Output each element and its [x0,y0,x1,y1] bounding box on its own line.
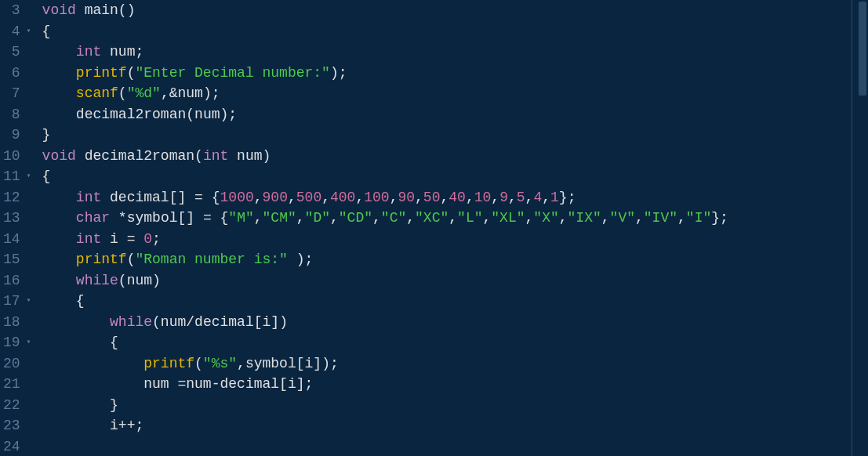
line-number: 22 [3,395,31,416]
vertical-scrollbar[interactable] [857,0,868,456]
code-line[interactable]: int num; [42,42,868,63]
code-line[interactable]: char *symbol[] = {"M","CM","D","CD","C",… [42,208,868,229]
line-number: 14 [3,229,31,250]
fold-icon[interactable]: ▾ [24,332,31,353]
code-line[interactable]: printf("Enter Decimal number:"); [42,63,868,84]
line-number: 13 [3,208,31,229]
line-number: 5 [3,42,31,63]
line-number: 17▾ [3,291,31,312]
line-number: 20 [3,353,31,375]
code-line[interactable]: while(num) [42,270,868,291]
code-line[interactable]: int decimal[] = {1000,900,500,400,100,90… [42,187,868,208]
code-line[interactable]: void decimal2roman(int num) [42,146,868,167]
line-number: 11▾ [3,166,31,187]
line-number: 19▾ [3,332,31,353]
line-number: 12 [3,187,31,208]
line-number: 15 [3,249,31,270]
right-margin-line [852,0,852,456]
line-number: 18 [3,312,31,333]
line-number-gutter: 34▾567891011▾121314151617▾1819▾202122232… [0,0,38,456]
line-number: 10 [3,146,31,167]
line-number: 23 [3,415,31,436]
code-line[interactable] [42,436,868,457]
code-line[interactable]: } [42,125,868,146]
code-line[interactable]: num =num-decimal[i]; [42,374,868,395]
fold-icon[interactable]: ▾ [24,21,31,42]
code-line[interactable]: { [42,166,868,187]
code-line[interactable]: scanf("%d",&num); [42,83,868,104]
line-number: 9 [3,125,31,146]
line-number: 21 [3,374,31,395]
line-number: 16 [3,270,31,291]
code-line[interactable]: int i = 0; [42,229,868,250]
code-area[interactable]: void main(){ int num; printf("Enter Deci… [38,0,868,456]
code-line[interactable]: i++; [42,415,868,436]
fold-icon[interactable]: ▾ [24,291,31,312]
line-number: 8 [3,104,31,125]
fold-icon[interactable]: ▾ [24,166,31,187]
code-line[interactable]: decimal2roman(num); [42,104,868,125]
line-number: 6 [3,63,31,84]
line-number: 3 [3,0,31,21]
line-number: 24 [3,436,31,457]
scrollbar-thumb[interactable] [859,2,866,96]
code-line[interactable]: void main() [42,0,868,21]
code-line[interactable]: } [42,395,868,416]
code-line[interactable]: { [42,21,868,42]
code-line[interactable]: printf("%s",symbol[i]); [42,353,868,375]
code-line[interactable]: while(num/decimal[i]) [42,312,868,333]
code-line[interactable]: { [42,332,868,353]
code-line[interactable]: printf("Roman number is:" ); [42,249,868,270]
code-line[interactable]: { [42,291,868,312]
line-number: 4▾ [3,21,31,42]
line-number: 7 [3,83,31,104]
